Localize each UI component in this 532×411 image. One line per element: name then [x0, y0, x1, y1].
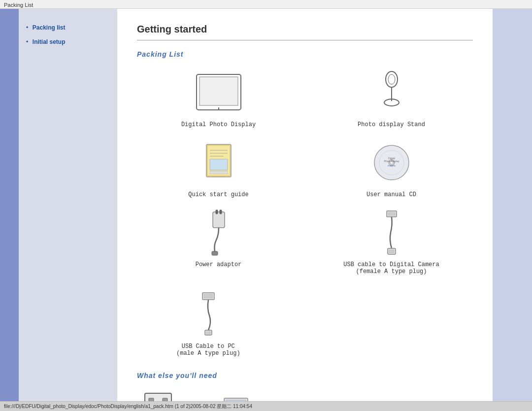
content-area: Getting started Packing List Digital P	[117, 9, 493, 401]
what-else-section: What else you'll need AC	[137, 372, 473, 401]
quick-start-guide-image	[199, 138, 238, 187]
digital-photos-item	[189, 396, 300, 401]
svg-rect-24	[220, 210, 222, 214]
svg-point-5	[388, 74, 395, 84]
bullet-2: •	[26, 38, 28, 45]
left-stripe	[0, 9, 19, 401]
svg-rect-31	[204, 294, 213, 298]
svg-rect-25	[212, 251, 218, 255]
svg-rect-27	[388, 212, 395, 215]
bullet-1: •	[26, 24, 28, 31]
svg-rect-23	[216, 210, 218, 214]
power-outlet-item: AC Power outlet	[137, 389, 179, 401]
sidebar-item-initial-setup[interactable]: • Initial setup	[26, 38, 110, 45]
usb-cable-pc-label: USB Cable to PC(male A type plug)	[176, 343, 240, 357]
right-stripe	[493, 9, 532, 401]
sidebar: • Packing list • Initial setup	[19, 9, 117, 401]
svg-rect-1	[200, 77, 238, 105]
item-power-adaptor: Power adaptor	[137, 208, 300, 275]
sidebar-item-packing-list[interactable]: • Packing list	[26, 24, 110, 31]
packing-list-grid: Digital Photo Display Photo display Sta	[137, 68, 473, 275]
svg-rect-22	[213, 212, 225, 228]
svg-text:Photo Display: Photo Display	[384, 160, 399, 163]
usb-cable-camera-image	[372, 208, 411, 257]
digital-photo-display-image	[192, 68, 246, 117]
item-user-manual-cd: Digital Photo Display PHILIPS User manua…	[310, 138, 473, 198]
usb-cable-pc-image	[189, 290, 228, 339]
page-title: Getting started	[137, 24, 473, 35]
item-usb-cable-camera: USB cable to Digital Camera(female A typ…	[310, 208, 473, 275]
svg-rect-29	[389, 250, 394, 253]
user-manual-cd-image: Digital Photo Display PHILIPS	[369, 138, 414, 187]
sidebar-link-initial-setup[interactable]: Initial setup	[33, 38, 66, 45]
packing-list-title: Packing List	[137, 50, 473, 58]
photo-display-stand-label: Photo display Stand	[358, 121, 425, 128]
tab-label: Packing List	[4, 2, 33, 8]
item-usb-cable-pc: USB Cable to PC(male A type plug)	[176, 290, 240, 357]
sidebar-link-packing[interactable]: Packing list	[33, 24, 66, 31]
usb-cable-camera-label: USB cable to Digital Camera(female A typ…	[343, 261, 439, 275]
item-digital-photo-display: Digital Photo Display	[137, 68, 300, 128]
title-divider	[137, 40, 473, 40]
svg-rect-33	[206, 332, 210, 334]
status-bar: file:///D|/EDFU/Digital_photo_Display/ed…	[0, 401, 532, 411]
item-photo-display-stand: Photo display Stand	[310, 68, 473, 128]
digital-photo-display-label: Digital Photo Display	[181, 121, 256, 128]
photo-display-stand-image	[377, 68, 406, 117]
quick-start-guide-label: Quick start guide	[188, 191, 248, 198]
svg-rect-14	[210, 171, 228, 174]
user-manual-cd-label: User manual CD	[366, 191, 416, 198]
power-adaptor-label: Power adaptor	[196, 261, 242, 268]
status-url: file:///D|/EDFU/Digital_photo_Display/ed…	[4, 403, 252, 410]
browser-tab: Packing List	[0, 0, 532, 9]
power-adaptor-image	[199, 208, 238, 257]
svg-point-4	[386, 71, 398, 87]
what-else-title: What else you'll need	[137, 372, 473, 379]
item-quick-start-guide: Quick start guide	[137, 138, 300, 198]
svg-text:PHILIPS: PHILIPS	[388, 165, 396, 167]
power-outlet-image: AC	[141, 389, 175, 401]
computer-icon	[220, 396, 252, 401]
svg-rect-13	[210, 159, 228, 170]
what-else-items: AC Power outlet	[137, 389, 473, 401]
